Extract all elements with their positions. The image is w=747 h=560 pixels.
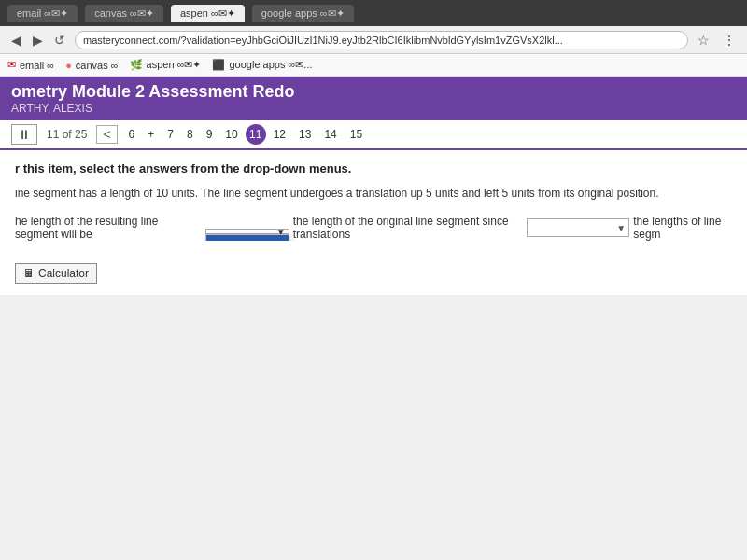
app-container: ometry Module 2 Assessment Redo ARTHY, A… — [0, 77, 747, 560]
page-num-10[interactable]: 10 — [219, 126, 243, 143]
description-text: ine segment has a length of 10 units. Th… — [15, 185, 732, 202]
back-icon[interactable]: ◀ — [7, 31, 25, 49]
calculator-icon: 🖩 — [23, 267, 35, 280]
address-bar-row: ◀ ▶ ↺ masteryconnect.com/?validation=eyJ… — [0, 26, 747, 54]
sentence-end: the lengths of line segm — [633, 215, 732, 241]
calculator-label: Calculator — [38, 267, 89, 280]
email-favicon: ✉ — [7, 59, 16, 71]
page-info: 11 of 25 — [47, 128, 87, 141]
dropdown1-container: ▼ double half the same as — [205, 221, 289, 234]
sentence-mid: the length of the original line segment … — [293, 215, 524, 241]
page-num-8[interactable]: 8 — [181, 126, 199, 143]
pagination-row: ⏸ 11 of 25 < 6 + 7 8 9 10 11 12 13 14 15 — [0, 120, 747, 150]
dropdown2-select[interactable]: preserve do not preserve — [527, 218, 629, 237]
page-num-14[interactable]: 14 — [318, 126, 342, 143]
page-title: ometry Module 2 Assessment Redo — [11, 82, 736, 102]
forward-icon[interactable]: ▶ — [29, 31, 47, 49]
bookmark-email[interactable]: ✉ email ∞ — [7, 59, 54, 71]
sentence-start: he length of the resulting line segment … — [15, 215, 202, 241]
bookmark-canvas[interactable]: ● canvas ∞ — [65, 60, 118, 71]
instruction-text: r this item, select the answers from the… — [15, 161, 732, 175]
page-numbers: 6 + 7 8 9 10 11 12 13 14 15 — [123, 124, 369, 145]
dropdown2-container: preserve do not preserve ▼ — [527, 218, 629, 237]
shimmer-background — [0, 295, 747, 560]
app-header: ometry Module 2 Assessment Redo ARTHY, A… — [0, 77, 747, 120]
page-plus: + — [142, 126, 160, 143]
bookmarks-bar: ✉ email ∞ ● canvas ∞ 🌿 aspen ∞✉✦ ⬛ googl… — [0, 54, 747, 77]
tab-google[interactable]: google apps ∞✉✦ — [252, 5, 354, 22]
browser-chrome: email ∞✉✦ canvas ∞✉✦ aspen ∞✉✦ google ap… — [0, 0, 747, 26]
google-favicon: ⬛ — [212, 59, 225, 71]
page-num-13[interactable]: 13 — [293, 126, 317, 143]
prev-page-button[interactable]: < — [96, 125, 117, 144]
page-num-7[interactable]: 7 — [162, 126, 179, 143]
page-num-11[interactable]: 11 — [246, 124, 266, 145]
dropdown1-menu: double half the same as — [205, 234, 289, 241]
tab-canvas[interactable]: canvas ∞✉✦ — [85, 5, 163, 22]
calculator-button[interactable]: 🖩 Calculator — [15, 263, 97, 284]
bookmark-star-icon[interactable]: ☆ — [694, 31, 713, 49]
page-num-9[interactable]: 9 — [201, 126, 218, 143]
sentence-row: he length of the resulting line segment … — [15, 215, 732, 241]
menu-icon[interactable]: ⋮ — [719, 31, 740, 49]
page-num-15[interactable]: 15 — [345, 126, 368, 143]
pause-button[interactable]: ⏸ — [11, 124, 37, 145]
bookmark-google-apps[interactable]: ⬛ google apps ∞✉... — [212, 59, 312, 71]
canvas-favicon: ● — [65, 60, 72, 71]
address-bar[interactable]: masteryconnect.com/?validation=eyJhbGciO… — [75, 31, 688, 49]
dropdown1-option-double[interactable]: double — [206, 235, 289, 241]
page-num-12[interactable]: 12 — [268, 126, 291, 143]
tab-aspen[interactable]: aspen ∞✉✦ — [171, 5, 245, 22]
bookmark-aspen[interactable]: 🌿 aspen ∞✉✦ — [130, 59, 202, 71]
student-name: ARTHY, ALEXIS — [11, 102, 736, 115]
tab-email[interactable]: email ∞✉✦ — [7, 5, 78, 22]
page-num-6[interactable]: 6 — [123, 126, 141, 143]
reload-icon[interactable]: ↺ — [50, 31, 69, 49]
question-area: r this item, select the answers from the… — [0, 150, 747, 295]
aspen-favicon: 🌿 — [130, 59, 143, 71]
